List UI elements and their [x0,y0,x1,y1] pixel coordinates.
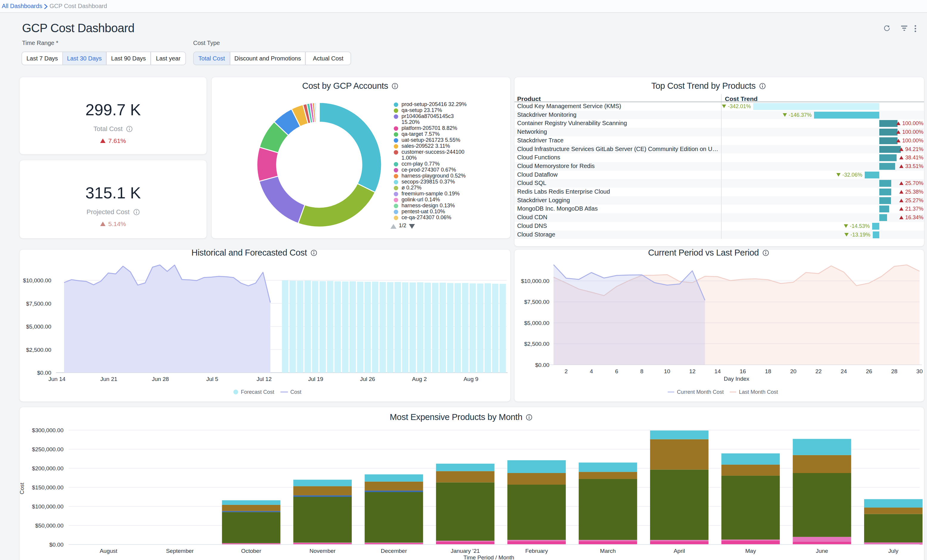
svg-text:December: December [381,548,407,554]
svg-text:$150,000.00: $150,000.00 [32,484,64,490]
svg-text:Time Period / Month: Time Period / Month [464,554,514,560]
svg-text:$100,000.00: $100,000.00 [32,504,64,510]
svg-text:March: March [600,548,616,554]
svg-text:$0.00: $0.00 [49,542,64,548]
svg-text:June: June [816,548,828,554]
svg-text:May: May [745,548,756,554]
svg-text:Cost: Cost [19,483,25,495]
svg-text:September: September [166,548,194,554]
svg-text:April: April [674,548,685,554]
svg-text:November: November [309,548,336,554]
svg-text:$300,000.00: $300,000.00 [32,427,64,433]
svg-text:October: October [241,548,261,554]
svg-text:January '21: January '21 [451,548,480,554]
svg-text:$250,000.00: $250,000.00 [32,446,64,452]
svg-text:February: February [525,548,548,554]
svg-text:$200,000.00: $200,000.00 [32,465,64,472]
svg-text:August: August [100,548,117,554]
svg-text:$50,000.00: $50,000.00 [35,522,64,529]
svg-text:July: July [888,548,898,554]
